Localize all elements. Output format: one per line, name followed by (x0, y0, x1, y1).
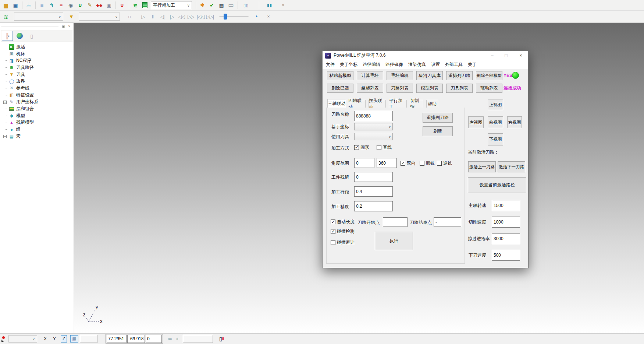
minimize-button[interactable]: – (485, 51, 499, 60)
tree-item-machine-tool[interactable]: ▣ 机床 (1, 50, 72, 57)
tree-item-activate[interactable]: ▶ 激活 (1, 43, 72, 50)
drive-list-button[interactable]: 驱动列表 (476, 84, 502, 93)
use-tool-combobox[interactable]: ∨ (354, 133, 393, 140)
tree-item-levels-and-sets[interactable]: 层和组合 (1, 105, 72, 112)
tree-item-macros[interactable]: ▤ 宏 (1, 133, 72, 140)
go-start-icon[interactable]: |◁◁ (196, 13, 204, 20)
xyz-list-icon[interactable]: ≔ (167, 335, 172, 343)
tolerance-indicator-icon[interactable] (1, 336, 7, 342)
menu-external-tools[interactable]: 外部工具 (442, 60, 465, 69)
set-active-path-button[interactable]: 设置当前激活路径 (468, 177, 526, 193)
pattern-pencil-icon[interactable]: ✎ (86, 1, 93, 9)
block-edit-button[interactable]: 毛坯编辑 (387, 71, 413, 80)
base-coord-combobox[interactable]: ∨ (354, 123, 393, 130)
menu-path-edit[interactable]: 路径编辑 (360, 60, 383, 69)
ruler-icon[interactable]: ▭ (227, 1, 235, 9)
go-end-icon[interactable]: ▷▷| (206, 13, 214, 20)
menu-render-sim[interactable]: 渲染仿真 (406, 60, 428, 69)
tab-saw[interactable]: 切割锯 (410, 100, 423, 108)
explorer-globe-button[interactable] (14, 31, 25, 41)
toolpath-icon[interactable]: ≋ (132, 1, 139, 9)
coord-list-button[interactable]: 坐标列表 (357, 84, 383, 93)
strategy-list-icon[interactable] (142, 2, 147, 8)
tolerance-input[interactable] (354, 201, 393, 211)
execute-button[interactable]: 执行 (375, 232, 413, 250)
start-point-input[interactable] (383, 217, 408, 227)
tree-item-stock-models[interactable]: ▲ 残留模型 (1, 119, 72, 126)
tree-item-groups[interactable]: ● 组 (1, 126, 72, 133)
tree-item-tools[interactable]: ▼ 刀具 (1, 71, 72, 78)
menu-file[interactable]: 文件 (323, 60, 337, 69)
tree-item-workplanes[interactable]: ✎ 用户坐标系 (1, 99, 72, 106)
simulation-speed-slider[interactable] (219, 13, 249, 20)
view-front-button[interactable]: 前视图 (488, 116, 503, 128)
step-forward-icon[interactable]: |▷ (168, 13, 176, 20)
tree-item-patterns[interactable]: ✕ 参考线 (1, 85, 72, 92)
model-list-button[interactable]: 模型列表 (416, 84, 443, 93)
points-icon[interactable]: ◆◆ (96, 1, 103, 9)
view-right-button[interactable]: 右视图 (507, 116, 522, 128)
pause-icon[interactable]: ‖ (149, 13, 157, 20)
explorer-tree-button[interactable]: ╠ (2, 31, 13, 41)
view-top-button[interactable]: 上视图 (488, 99, 503, 110)
statusbar-dropdown[interactable]: ∨ (8, 335, 37, 343)
tool-check-icon[interactable]: ✔ (208, 1, 216, 9)
toolpath-name-input[interactable] (354, 111, 393, 121)
simulation-toolpath-dropdown[interactable]: ∨ (14, 13, 63, 21)
axis-y-button[interactable]: Y (51, 335, 57, 343)
collision-check-checkbox[interactable]: 碰撞检测 (331, 228, 355, 235)
tool-ball-icon[interactable]: ◉ (67, 1, 74, 9)
lightbulb-icon[interactable]: ○ (126, 13, 133, 20)
grid-size-field[interactable] (80, 335, 97, 343)
grid-toggle-button[interactable]: ▦ (70, 335, 78, 343)
calculator-icon[interactable]: ▦ (218, 1, 225, 9)
cursor-z-input[interactable] (146, 335, 162, 343)
clock-icon[interactable]: ◔ (252, 13, 260, 20)
open-file-icon[interactable]: ▆ (2, 1, 10, 9)
tab-4axis[interactable]: 四轴联动 (348, 100, 366, 108)
axis-z-button[interactable]: Z (61, 335, 67, 343)
rearrange-toolpaths-button[interactable]: 重排列刀路 (446, 71, 473, 80)
panel-drag-handle[interactable] (1, 26, 59, 27)
step-back-icon[interactable]: ◁| (158, 13, 166, 20)
tool-pair-icon[interactable]: ▯▯ (241, 1, 252, 9)
stock-allowance-input[interactable] (354, 172, 393, 182)
shaded-model-icon[interactable]: ☕ (25, 1, 32, 9)
close-button[interactable]: × (513, 51, 529, 60)
skim-feed-input[interactable] (492, 233, 520, 244)
angle-to-input[interactable] (377, 158, 397, 168)
delete-selected-button[interactable]: 删除已选 (327, 84, 353, 93)
boundary-icon[interactable]: ∪ (77, 1, 84, 9)
block-icon[interactable]: ■ (38, 1, 46, 9)
toolbar-close-button[interactable]: × (280, 2, 286, 8)
cursor-y-input[interactable] (127, 335, 145, 343)
toolpath-strategy-icon[interactable]: ↰ (48, 1, 55, 9)
tree-item-models[interactable]: ◆ 模型 (1, 112, 72, 119)
spindle-speed-input[interactable] (492, 200, 520, 211)
save-icon[interactable]: ▣ (12, 1, 19, 9)
search-back-icon[interactable]: ◁◁ (177, 13, 185, 20)
panel-float-icon[interactable]: ▣ (61, 24, 66, 29)
activate-next-toolpath-button[interactable]: 激活下一刀路 (498, 161, 525, 172)
refresh-button[interactable]: 刷新 (423, 126, 453, 136)
end-point-input[interactable] (434, 217, 461, 227)
view-left-button[interactable]: 左视图 (468, 116, 484, 128)
menu-path-mirror[interactable]: 路径镜像 (383, 60, 406, 69)
toolbar-close-button[interactable]: × (266, 14, 271, 20)
menu-about[interactable]: 关于 (465, 60, 479, 69)
expand-icon[interactable] (3, 135, 7, 138)
cutting-feed-input[interactable] (492, 217, 520, 228)
slider-handle[interactable] (224, 14, 227, 20)
climb-checkbox[interactable]: 顺铣 (420, 160, 435, 166)
delete-all-models-button[interactable]: 删除全部模型 (476, 71, 502, 80)
play-icon[interactable]: ▷ (139, 13, 147, 20)
toolpath-list-button[interactable]: 刀路列表 (387, 84, 413, 93)
conventional-checkbox[interactable]: 逆铣 (437, 160, 452, 166)
plunge-feed-input[interactable] (492, 250, 520, 261)
view-bottom-button[interactable]: 下视图 (488, 133, 503, 145)
panel-close-icon[interactable]: × (67, 24, 72, 29)
simulation-tool-dropdown[interactable]: ∨ (79, 13, 120, 21)
circular-checkbox[interactable]: 圆形 (354, 144, 369, 151)
collision-avoid-checkbox[interactable]: 碰撞避让 (331, 239, 355, 246)
cylinder-pair-icon[interactable]: ▮▮ (265, 1, 274, 9)
